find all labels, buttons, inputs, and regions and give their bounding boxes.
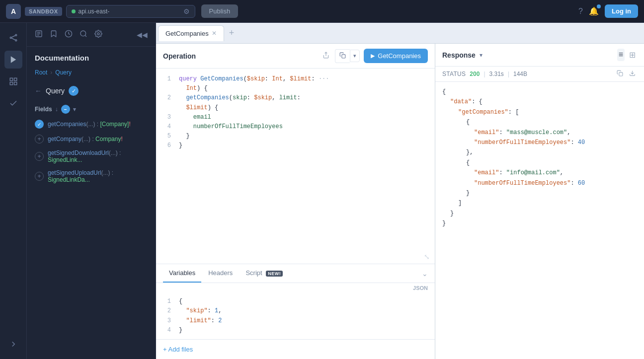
svg-rect-19	[342, 54, 345, 58]
line-number	[163, 84, 171, 93]
line-content: }	[179, 326, 182, 335]
doc-panel-toolbar	[33, 28, 104, 41]
tab-getcompanies[interactable]: GetCompanies ✕	[158, 25, 224, 41]
line-content: {	[179, 297, 182, 306]
line-content: Int) {	[179, 84, 208, 93]
breadcrumb-separator: ›	[50, 69, 52, 76]
breadcrumb-query[interactable]: Query	[55, 69, 72, 76]
back-button[interactable]: ←	[35, 87, 42, 95]
code-line: 6 }	[163, 141, 428, 150]
svg-rect-6	[10, 78, 12, 80]
api-url-bar[interactable]: api.us-east- ⚙	[66, 5, 195, 18]
svg-point-0	[10, 37, 11, 39]
field-unchecked-icon: +	[35, 152, 44, 161]
sidebar-item-check[interactable]	[4, 94, 22, 112]
line-number: 6	[163, 141, 171, 150]
search-icon[interactable]	[78, 28, 89, 41]
code-line: 3 email	[163, 113, 428, 122]
var-line: 4 }	[163, 326, 428, 335]
doc-panel-header: ◀◀	[27, 23, 156, 47]
settings-icon[interactable]	[92, 28, 104, 41]
field-item-getSignedDownloadUrl[interactable]: + getSignedDownloadUrl(...) : SignedLink…	[27, 146, 156, 166]
field-item-getSignedUploadUrl[interactable]: + getSignedUploadUrl(...) : SignedLinkDa…	[27, 166, 156, 186]
status-bar: STATUS 200 | 3.31s | 144B	[435, 67, 644, 82]
vars-content[interactable]: 1 { 2 "skip": 1, 3 "limit": 2 4	[156, 293, 435, 339]
run-button[interactable]: ▶ GetCompanies	[364, 49, 428, 63]
line-number: 4	[163, 122, 171, 132]
response-view-icons: ≡ ⊞	[617, 49, 637, 61]
vars-collapse-icon[interactable]: ⌄	[422, 270, 428, 278]
tab-headers[interactable]: Headers	[202, 264, 239, 283]
svg-point-1	[15, 34, 16, 36]
code-editor[interactable]: 1 query GetCompanies($skip: Int, $limit:…	[156, 69, 435, 250]
svg-point-15	[80, 31, 86, 36]
share-icon[interactable]	[321, 50, 331, 62]
copy-dropdown: ▾	[335, 49, 360, 63]
copy-dropdown-chevron[interactable]: ▾	[350, 50, 360, 62]
sidebar-item-play[interactable]	[4, 51, 22, 69]
filter-chevron[interactable]: ▾	[73, 106, 76, 113]
line-number: 5	[163, 132, 171, 141]
add-files-label: + Add files	[163, 346, 193, 353]
tab-close-icon[interactable]: ✕	[212, 30, 217, 37]
line-content: $limit) {	[179, 103, 218, 113]
field-item-getCompanies[interactable]: ✓ getCompanies(...) : [Company]!	[27, 117, 156, 132]
line-number: 1	[163, 74, 171, 84]
svg-point-2	[15, 40, 16, 41]
tab-script[interactable]: Script NEW!	[240, 264, 289, 283]
line-content: }	[179, 141, 182, 150]
app-logo: A	[6, 4, 21, 19]
operation-title: Operation	[163, 52, 317, 60]
svg-line-16	[85, 35, 86, 37]
status-code: 200	[470, 71, 480, 77]
resp-line: "numberOfFullTimeEmployees": 40	[442, 138, 637, 147]
doc-icon[interactable]	[33, 28, 45, 41]
history-icon[interactable]	[63, 28, 75, 41]
svg-point-17	[97, 33, 99, 35]
line-number: 1	[163, 297, 171, 306]
grid-view-icon[interactable]: ⊞	[628, 49, 637, 61]
sidebar-item-expand[interactable]	[4, 335, 22, 353]
pipe-separator: |	[483, 71, 485, 77]
response-chevron-icon[interactable]: ▾	[480, 52, 483, 59]
section-check-badge: ✓	[69, 86, 79, 96]
tab-variables[interactable]: Variables	[163, 264, 201, 283]
resp-line: },	[442, 147, 637, 157]
copy-button[interactable]	[335, 49, 350, 63]
notifications-icon[interactable]: 🔔	[589, 6, 599, 16]
field-unchecked-icon: +	[35, 172, 44, 181]
svg-rect-20	[619, 72, 623, 76]
sort-icon[interactable]: ↓	[55, 106, 58, 113]
var-line: 1 {	[163, 297, 428, 306]
filter-badge[interactable]: −	[61, 105, 70, 114]
tabs-bar: GetCompanies ✕ +	[156, 23, 644, 44]
field-item-getCompany[interactable]: + getCompany(...) : Company!	[27, 132, 156, 146]
login-button[interactable]: Log in	[605, 4, 638, 18]
collapse-panel-icon[interactable]: ◀◀	[135, 29, 150, 41]
resp-line: "getCompanies": [	[442, 107, 637, 117]
resp-line: "email": "info@mail.com",	[442, 168, 637, 178]
api-settings-icon[interactable]: ⚙	[183, 7, 190, 15]
tab-add-icon[interactable]: +	[227, 26, 237, 40]
sidebar-item-grid[interactable]	[4, 72, 22, 90]
add-files-row[interactable]: + Add files	[156, 339, 435, 359]
help-icon[interactable]: ?	[578, 7, 583, 16]
doc-title: Documentation	[27, 47, 156, 67]
expand-icon[interactable]: ⤡	[424, 253, 430, 261]
response-body: { "data": { "getCompanies": [ { "email":…	[435, 82, 644, 359]
bookmark-icon[interactable]	[48, 28, 60, 41]
resp-line: }	[442, 209, 637, 218]
resp-line: {	[442, 158, 637, 168]
download-response-icon[interactable]	[628, 69, 637, 79]
copy-response-icon[interactable]	[615, 69, 625, 79]
operation-header: Operation ▾ ▶ GetCompanies	[156, 44, 435, 69]
resp-line: }	[442, 188, 637, 198]
breadcrumb-root[interactable]: Root	[35, 69, 47, 76]
list-view-icon[interactable]: ≡	[617, 49, 625, 61]
doc-panel: ◀◀ Documentation Root › Query ← Query ✓ …	[27, 23, 156, 359]
fields-header: Fields ↓ − ▾	[27, 100, 156, 117]
vars-format-label: JSON	[156, 283, 435, 293]
publish-button[interactable]: Publish	[201, 4, 239, 18]
field-label: getCompanies(...) : [Company]!	[48, 121, 131, 128]
sidebar-item-graph[interactable]	[4, 29, 22, 47]
